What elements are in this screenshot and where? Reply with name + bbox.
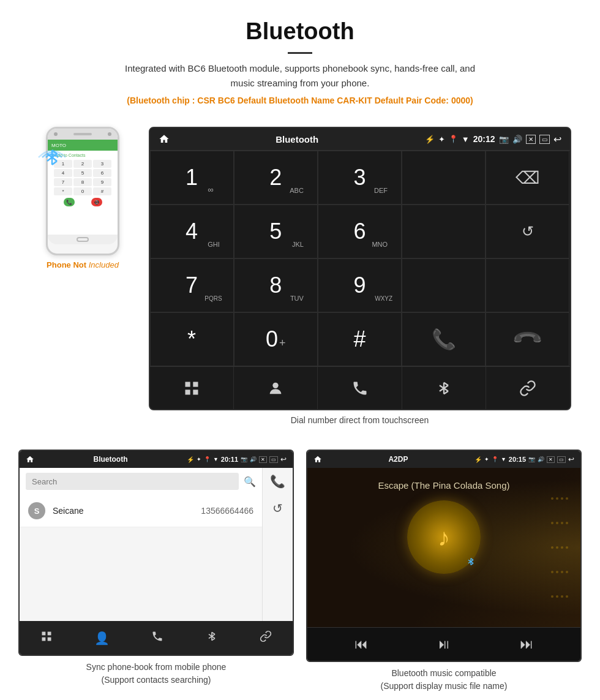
- phonebook-x-icon: ✕: [259, 456, 267, 463]
- phone-bottom-bar: [48, 235, 118, 244]
- phonebook-sig-icon: ▼: [213, 456, 219, 462]
- bottom-nav-bar: [150, 366, 570, 409]
- key-7-number: 7: [186, 274, 198, 296]
- dialpad-key-6[interactable]: 6 MNO: [318, 205, 402, 258]
- dialpad-key-8[interactable]: 8 TUV: [234, 258, 318, 312]
- nav-link[interactable]: [486, 367, 569, 409]
- phone-mock-wrapper: MOTO + Add to Contacts 1 2 3 4 5 6 7 8: [46, 127, 119, 255]
- next-track-icon[interactable]: ⏭: [520, 636, 533, 652]
- dialpad-grid: 1 ∞ 2 ABC 3 DEF: [150, 150, 570, 366]
- pb-grid-icon: [40, 630, 53, 642]
- dialpad-empty-4: [486, 258, 569, 312]
- key-7-sub: PQRS: [204, 295, 222, 302]
- dialpad-empty-1: [402, 151, 486, 205]
- dialpad-key-1[interactable]: 1 ∞: [150, 151, 234, 205]
- home-icon: [159, 134, 170, 145]
- dialpad-call-button[interactable]: 📞: [402, 312, 486, 366]
- music-caption-line2: (Support display music file name): [381, 681, 508, 691]
- phonebook-caption: Sync phone-book from mobile phone (Suppo…: [86, 661, 227, 687]
- music-vol-icon: 🔊: [538, 456, 544, 462]
- pb-nav-grid[interactable]: [40, 630, 53, 645]
- music-cam-icon: 📷: [528, 456, 535, 462]
- dialpad-key-star[interactable]: *: [150, 312, 234, 366]
- key-hash-number: #: [353, 328, 366, 350]
- music-status-bar: A2DP ⚡ ✦ 📍 ▼ 20:15 📷 🔊 ✕ ▭ ↩: [307, 451, 580, 468]
- phonebook-home-icon: [26, 455, 34, 464]
- dialpad-key-4[interactable]: 4 GHI: [150, 205, 234, 258]
- pb-nav-link[interactable]: [260, 630, 272, 645]
- grid-icon: [183, 380, 200, 397]
- dial-screen-container: Bluetooth ⚡ ✦ 📍 ▼ 20:12 📷 🔊 ✕ ▭ ↩: [149, 127, 571, 425]
- nav-contacts[interactable]: [234, 367, 318, 409]
- dialpad-key-3[interactable]: 3 DEF: [318, 151, 402, 205]
- dialpad-backspace[interactable]: ⌫: [486, 151, 569, 205]
- dialpad-key-0[interactable]: 0 +: [234, 312, 318, 366]
- call-icon: 📞: [432, 328, 456, 351]
- phone-home-button: [77, 237, 89, 242]
- phonebook-cam-icon: 📷: [241, 456, 247, 462]
- dialpad-key-5[interactable]: 5 JKL: [234, 205, 318, 258]
- key-3-sub: DEF: [374, 187, 388, 194]
- key-9-sub: WXYZ: [375, 295, 392, 302]
- dialpad-refresh[interactable]: ↺: [486, 205, 569, 258]
- svg-rect-6: [193, 382, 198, 386]
- key-1-number: 1: [186, 167, 198, 189]
- status-bar-title: Bluetooth: [173, 134, 421, 145]
- main-section: MOTO + Add to Contacts 1 2 3 4 5 6 7 8: [0, 115, 600, 437]
- phonebook-bt-icon: ✦: [197, 456, 201, 462]
- dialpad-key-2[interactable]: 2 ABC: [234, 151, 318, 205]
- phonebook-search-bar: 🔍: [20, 468, 262, 495]
- status-time: 20:12: [473, 134, 495, 144]
- key-4-number: 4: [186, 220, 198, 243]
- phone-not-included-label: Phone Not Included: [47, 260, 119, 269]
- key-9-wrap: 9 WXYZ: [353, 274, 366, 296]
- phone-key-7: 7: [54, 178, 72, 186]
- phone-key-6: 6: [93, 169, 111, 177]
- nav-bluetooth[interactable]: [402, 367, 486, 409]
- music-sig-icon: ▼: [501, 456, 506, 462]
- phone-red-end: 📵: [91, 198, 102, 206]
- dialpad-key-9[interactable]: 9 WXYZ: [318, 258, 402, 312]
- music-content-area: Escape (The Pina Colada Song) ♪: [307, 468, 580, 586]
- nav-phone[interactable]: [318, 367, 402, 409]
- key-0-wrap: 0 +: [266, 328, 286, 350]
- nav-grid[interactable]: [150, 367, 234, 409]
- key-4-sub: GHI: [208, 241, 220, 248]
- pb-nav-bluetooth[interactable]: [206, 630, 218, 645]
- music-song-title: Escape (The Pina Colada Song): [378, 480, 509, 491]
- key-5-number: 5: [269, 220, 282, 243]
- play-pause-icon[interactable]: ⏯: [437, 636, 451, 652]
- pb-nav-person[interactable]: 👤: [94, 631, 110, 645]
- phonebook-search-input[interactable]: [26, 473, 239, 490]
- car-dial-screen: Bluetooth ⚡ ✦ 📍 ▼ 20:12 📷 🔊 ✕ ▭ ↩: [149, 127, 571, 410]
- dialpad-key-7[interactable]: 7 PQRS: [150, 258, 234, 312]
- pb-nav-phone[interactable]: [151, 630, 163, 645]
- svg-rect-17: [42, 638, 46, 641]
- phone-key-star: *: [54, 187, 72, 195]
- pb-phone-icon: [151, 630, 163, 642]
- phone-dot: [54, 132, 58, 136]
- prev-track-icon[interactable]: ⏮: [354, 636, 368, 652]
- phonebook-right-refresh-icon: ↺: [272, 501, 283, 516]
- key-5-sub: JKL: [292, 241, 304, 248]
- music-bluetooth-icon: [466, 557, 476, 566]
- phone-dot-2: [108, 132, 111, 136]
- contact-avatar: S: [28, 502, 45, 519]
- contacts-icon: [267, 380, 284, 397]
- page-title: Bluetooth: [12, 18, 588, 45]
- bluetooth-nav-icon: [435, 380, 452, 397]
- music-x-icon: ✕: [547, 456, 555, 463]
- key-0-plus: +: [279, 337, 286, 350]
- music-status-title: A2DP: [324, 455, 472, 464]
- phone-not-included-text-2: Included: [89, 260, 119, 269]
- dialpad-end-button[interactable]: 📞: [486, 312, 569, 366]
- bluetooth-status-icon: ✦: [438, 135, 445, 144]
- phonebook-block: Bluetooth ⚡ ✦ 📍 ▼ 20:11 📷 🔊 ✕ ▭ ↩ 🔍: [18, 450, 294, 693]
- key-4-wrap: 4 GHI: [186, 220, 198, 243]
- svg-rect-16: [48, 632, 51, 636]
- phone-key-2: 2: [73, 160, 92, 168]
- key-3-number: 3: [353, 167, 366, 189]
- music-note-icon: ♪: [438, 524, 450, 551]
- dialpad-key-hash[interactable]: #: [318, 312, 402, 366]
- page-header: Bluetooth Integrated with BC6 Bluetooth …: [0, 0, 600, 115]
